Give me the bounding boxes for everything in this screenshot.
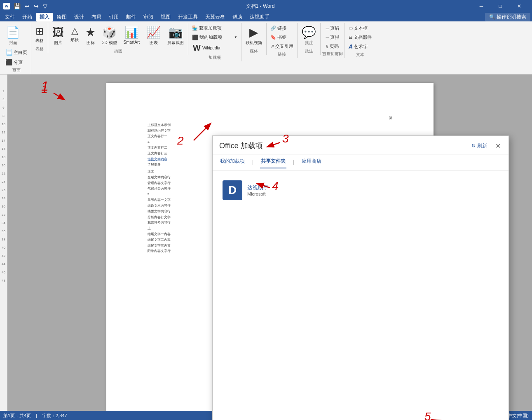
menu-tianyi[interactable]: 天翼云盘: [202, 13, 228, 21]
ruler-num: 34: [0, 219, 7, 227]
dialog-refresh-button[interactable]: ↻ 刷新: [471, 142, 487, 149]
footer-button[interactable]: ═ 页脚: [324, 33, 342, 42]
minimize-button[interactable]: ─: [472, 0, 491, 12]
ribbon-group-links: 🔗 链接 🔖 书签 ↗ 交叉引用 链接: [267, 23, 298, 58]
smartart-button[interactable]: 📊 SmartArt: [121, 24, 142, 46]
nav-my-addins[interactable]: 我的加载项: [219, 156, 246, 168]
dialog-close-button[interactable]: ✕: [494, 142, 502, 150]
ruler-num: 16: [0, 145, 7, 153]
menu-help[interactable]: 帮助: [229, 13, 246, 21]
menu-review[interactable]: 审阅: [140, 13, 157, 21]
3d-icon: 🎲: [102, 26, 117, 39]
footer-label: 页脚: [330, 34, 339, 40]
link-icon: 🔗: [270, 26, 276, 31]
nav-app-store[interactable]: 应用商店: [301, 156, 322, 168]
page-break-label: 分页: [14, 59, 23, 65]
cross-reference-button[interactable]: ↗ 交叉引用: [268, 42, 295, 51]
table-button[interactable]: ⊞ 表格: [33, 24, 46, 45]
docpart-button[interactable]: ⊟ 文档部件: [347, 33, 374, 42]
addon-name: 达视助手: [247, 184, 269, 191]
smartart-icon: 📊: [124, 26, 139, 39]
title-bar-left: W 💾 ↩ ↪ ▽: [3, 2, 49, 10]
my-addins-label: 我的加载项: [199, 34, 222, 40]
my-addins-icon: ⬛: [192, 35, 198, 40]
menu-view[interactable]: 视图: [157, 13, 174, 21]
ruler-num: 40: [0, 243, 7, 252]
menu-file[interactable]: 文件: [2, 13, 18, 21]
menu-search[interactable]: 🔍 操作说明搜索: [485, 13, 530, 21]
ruler-num: 28: [0, 194, 7, 202]
icon-button[interactable]: ★ 图标: [83, 24, 98, 47]
menu-references[interactable]: 引用: [105, 13, 122, 21]
office-addins-dialog[interactable]: Office 加载项 ↻ 刷新 ✕ 我的加载项 | 共享文件夹 | 应用商店 D…: [212, 135, 509, 420]
addon-item[interactable]: D 达视助手 Microsoft: [219, 177, 502, 203]
bookmark-icon: 🔖: [270, 35, 276, 40]
ruler-num: 8: [0, 112, 7, 120]
comments-group-label: 批注: [305, 47, 313, 54]
menu-insert[interactable]: 插入: [36, 13, 53, 21]
menu-layout[interactable]: 布局: [88, 13, 105, 21]
dialog-nav: 我的加载项 | 共享文件夹 | 应用商店: [213, 154, 509, 170]
menu-dashizhu[interactable]: 达视助手: [246, 13, 273, 21]
customize-button[interactable]: ▽: [42, 2, 49, 10]
shape-button[interactable]: △ 形状: [68, 24, 81, 44]
page-break-button[interactable]: ⬛ 分页: [3, 58, 29, 67]
ruler-num: 44: [0, 260, 7, 268]
cover-button[interactable]: 📄 封面: [3, 24, 23, 47]
ruler-num: 30: [0, 202, 7, 210]
bookmark-button[interactable]: 🔖 书签: [268, 33, 288, 42]
language: 中文(中国): [508, 413, 529, 419]
comment-label: 批注: [305, 40, 313, 46]
ruler-num: 42: [0, 252, 7, 260]
menu-mail[interactable]: 邮件: [123, 13, 139, 21]
undo-button[interactable]: ↩: [23, 2, 31, 10]
page-break-icon: ⬛: [5, 59, 12, 65]
wikipedia-icon: W: [193, 43, 201, 53]
tables-group-label: 表格: [35, 45, 44, 52]
blank-page-button[interactable]: 📃 空白页: [3, 48, 29, 57]
textbox-button[interactable]: ▭ 文本框: [347, 24, 370, 33]
menu-developer[interactable]: 开发工具: [175, 13, 201, 21]
ribbon-group-addins: 🏪 获取加载项 ⬛ 我的加载项 ▼ W Wikipedia 加载项: [188, 23, 241, 61]
shape-label: 形状: [70, 37, 79, 43]
word-icon: W: [3, 3, 10, 9]
link-button[interactable]: 🔗 链接: [268, 24, 288, 33]
title-bar-controls: ─ □ ✕: [472, 0, 529, 12]
screenshot-button[interactable]: 📷 屏幕截图: [165, 24, 186, 47]
ribbon-group-text: ▭ 文本框 ⊟ 文档部件 A 艺术字 文本: [345, 23, 375, 58]
close-button[interactable]: ✕: [510, 0, 529, 12]
dialog-title: Office 加载项: [219, 141, 263, 151]
redo-button[interactable]: ↪: [33, 2, 40, 10]
page-number-icon: #: [326, 44, 328, 49]
3d-model-button[interactable]: 🎲 3D 模型: [100, 24, 120, 47]
online-video-icon: ▶: [249, 26, 258, 39]
illustrations-group-label: 插图: [114, 47, 122, 54]
cross-reference-icon: ↗: [270, 44, 274, 49]
quick-access-toolbar: 💾 ↩ ↪ ▽: [12, 2, 49, 10]
cross-reference-label: 交叉引用: [275, 43, 293, 49]
online-video-label: 联机视频: [246, 40, 262, 46]
get-addins-button[interactable]: 🏪 获取加载项: [190, 24, 239, 33]
maximize-button[interactable]: □: [491, 0, 510, 12]
comment-button[interactable]: 💬 批注: [299, 24, 319, 47]
menu-start[interactable]: 开始: [19, 13, 35, 21]
nav-shared-folder[interactable]: 共享文件夹: [260, 156, 286, 168]
my-addins-button[interactable]: ⬛ 我的加载项 ▼: [190, 33, 239, 42]
addon-info: 达视助手 Microsoft: [247, 184, 269, 196]
chart-button[interactable]: 📈 图表: [144, 24, 163, 47]
menu-design[interactable]: 设计: [71, 13, 87, 21]
page-number-button[interactable]: # 页码: [324, 42, 341, 51]
ruler-num: 36: [0, 227, 7, 235]
wordart-button[interactable]: A 艺术字: [347, 42, 370, 51]
online-video-button[interactable]: ▶ 联机视频: [243, 24, 265, 47]
wikipedia-button[interactable]: W Wikipedia: [190, 42, 223, 54]
header-button[interactable]: ═ 页眉: [324, 24, 342, 33]
chart-label: 图表: [150, 40, 158, 46]
save-button[interactable]: 💾: [12, 2, 22, 10]
document-area: 2 4 6 8 10 12 14 16 18 20 22 24 26 28 30…: [0, 75, 532, 420]
menu-draw[interactable]: 绘图: [54, 13, 70, 21]
header-label: 页眉: [330, 25, 339, 31]
ruler-num: 22: [0, 169, 7, 177]
ribbon-group-comments: 💬 批注 批注: [298, 23, 321, 55]
image-button[interactable]: 🖼 图片: [50, 24, 66, 47]
